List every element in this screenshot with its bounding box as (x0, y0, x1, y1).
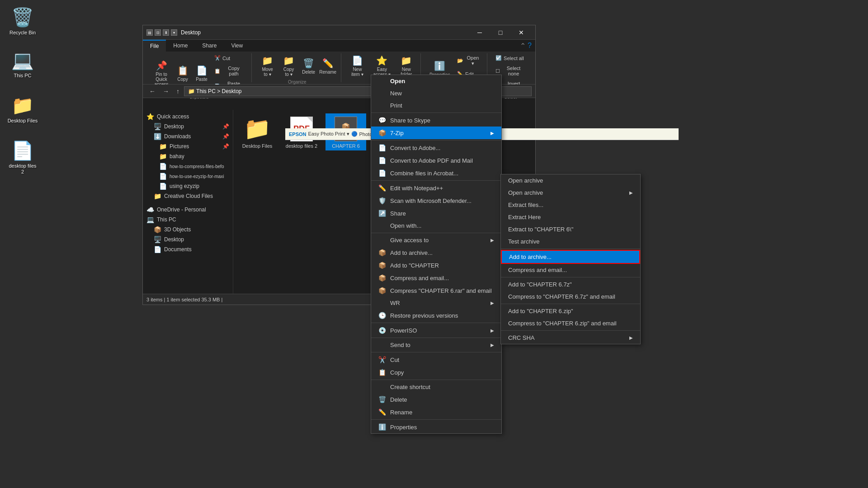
ribbon-copy-path[interactable]: 📋Copy path (212, 64, 248, 78)
ctx-wr[interactable]: WR ▶ (371, 297, 501, 309)
nav-desktop-2[interactable]: 🖥️ Desktop (143, 235, 233, 244)
ctx-add-archive[interactable]: 📦 Add to archive... (371, 246, 501, 259)
sub-add-chapter-7z[interactable]: Add to "CHAPTER 6.7z" (501, 278, 640, 291)
nav-creative-cloud[interactable]: 📁 Creative Cloud Files (143, 191, 233, 201)
back-button[interactable]: ← (146, 87, 158, 96)
tab-home[interactable]: Home (166, 40, 195, 52)
sub-compress-chapter-7z[interactable]: Compress to "CHAPTER 6.7z" and email (501, 291, 640, 303)
ctx-convert-adobe[interactable]: 📄 Convert to Adobe... (371, 141, 501, 154)
sub-open-archive-1[interactable]: Open archive (501, 174, 640, 187)
sub-crc-sha[interactable]: CRC SHA ▶ (501, 332, 640, 344)
sub-compress-chapter-7z-label: Compress to "CHAPTER 6.7z" and email (508, 293, 615, 300)
ctx-edit-notepad[interactable]: ✏️ Edit with Notepad++ (371, 182, 501, 194)
ctx-copy[interactable]: 📋 Copy (371, 366, 501, 379)
context-menu: Open New Print 💬 Share to Skype 📦 7-Zip … (371, 75, 502, 434)
ctx-7zip[interactable]: 📦 7-Zip ▶ (371, 127, 501, 139)
sub-test-archive[interactable]: Test archive (501, 235, 640, 248)
minimize-button[interactable]: ─ (469, 25, 490, 40)
desktop-icon-recycle[interactable]: 🗑️ Recycle Bin (5, 5, 41, 38)
collapse-icon[interactable]: ⌃ (520, 42, 526, 50)
sub-compress-chapter-zip[interactable]: Compress to "CHAPTER 6.zip" and email (501, 317, 640, 329)
desktop-icon-desktop-files-2[interactable]: 📄 desktop files2 (5, 138, 41, 177)
ctx-restore-versions[interactable]: 🕒 Restore previous versions (371, 309, 501, 322)
window-controls: ─ □ ✕ (469, 25, 532, 40)
ribbon-group-organize: 📁 Move to ▾ 📁 Copy to ▾ 🗑️ Delete ✏️ Ren… (254, 53, 341, 82)
ctx-new[interactable]: New (371, 87, 501, 99)
ctx-share[interactable]: ↗️ Share (371, 207, 501, 220)
ctx-scan-defender[interactable]: 🛡️ Scan with Microsoft Defender... (371, 194, 501, 207)
help-icon[interactable]: ? (528, 42, 532, 50)
explorer-title: Desktop (181, 29, 201, 36)
ribbon-select-all[interactable]: ☑️Select all (493, 53, 528, 63)
ctx-print[interactable]: Print (371, 99, 501, 112)
new-item-icon: 📄 (352, 55, 363, 66)
ribbon-collapse: ⌃ ? (250, 40, 535, 52)
ctx-give-access[interactable]: Give access to ▶ (371, 234, 501, 246)
ctx-combine-acrobat[interactable]: 📄 Combine files in Acrobat... (371, 167, 501, 179)
ribbon-copy[interactable]: 📋 Copy (174, 63, 192, 84)
tab-file[interactable]: File (143, 40, 166, 52)
tab-share[interactable]: Share (195, 40, 224, 52)
bahay-label: bahay (170, 153, 184, 160)
ctx-compress-email[interactable]: 📦 Compress and email... (371, 272, 501, 284)
desktop-icon-this-pc[interactable]: 💻 This PC (5, 47, 41, 80)
ribbon-copy-to[interactable]: 📁 Copy to ▾ (278, 53, 298, 79)
ribbon-move-to[interactable]: 📁 Move to ▾ (257, 53, 278, 79)
maximize-button[interactable]: □ (490, 25, 511, 40)
ctx-convert-pdf-mail[interactable]: 📄 Convert to Adobe PDF and Mail (371, 154, 501, 167)
nav-desktop[interactable]: 🖥️ Desktop 📌 (143, 122, 233, 131)
ctx-poweriso[interactable]: 💿 PowerISO ▶ (371, 324, 501, 337)
ribbon-paste[interactable]: 📄 Paste (193, 63, 211, 84)
desktop-pin-icon: 📌 (222, 123, 229, 130)
nav-bahay[interactable]: 📁 bahay (143, 151, 233, 161)
ribbon-rename[interactable]: ✏️ Rename (319, 56, 337, 76)
ribbon-delete[interactable]: 🗑️ Delete (300, 56, 318, 76)
ctx-7zip-icon: 📦 (378, 129, 386, 136)
epson-photo-print-icon: 🔵 (351, 131, 358, 137)
nav-documents[interactable]: 📄 Documents (143, 244, 233, 254)
nav-onedrive[interactable]: ☁️ OneDrive - Personal (143, 205, 233, 215)
ctx-open-with[interactable]: Open with... (371, 220, 501, 232)
up-button[interactable]: ↑ (174, 87, 182, 96)
ctx-send-to[interactable]: Send to ▶ (371, 339, 501, 351)
nav-3d-objects[interactable]: 📦 3D Objects (143, 225, 233, 235)
file-desktop-files[interactable]: 📁 Desktop Files (237, 113, 278, 150)
nav-pictures[interactable]: 📁 Pictures 📌 (143, 141, 233, 151)
sub-compress-email[interactable]: Compress and email... (501, 264, 640, 276)
sub-open-archive-2[interactable]: Open archive ▶ (501, 187, 640, 199)
ctx-cut[interactable]: ✂️ Cut (371, 353, 501, 366)
forward-button[interactable]: → (160, 87, 172, 96)
organize-items: 📁 Move to ▾ 📁 Copy to ▾ 🗑️ Delete ✏️ Ren… (257, 53, 337, 79)
nav-using-ezyzip[interactable]: 📄 using ezyzip (143, 181, 233, 191)
new-item-label: New item ▾ (349, 67, 365, 77)
sub-add-to-archive[interactable]: Add to archive... (501, 250, 640, 264)
nav-downloads[interactable]: ⬇️ Downloads 📌 (143, 131, 233, 141)
tab-view[interactable]: View (224, 40, 250, 52)
ctx-delete[interactable]: 🗑️ Delete (371, 393, 501, 406)
ctx-share-skype[interactable]: 💬 Share to Skype (371, 114, 501, 127)
delete-icon: 🗑️ (303, 58, 314, 69)
close-button[interactable]: ✕ (511, 25, 532, 40)
ctx-add-chapter[interactable]: 📦 Add to "CHAPTER (371, 259, 501, 272)
sub-extract-here[interactable]: Extract Here (501, 211, 640, 223)
sub-add-chapter-zip[interactable]: Add to "CHAPTER 6.zip" (501, 305, 640, 317)
desktop-icon-desktop-files[interactable]: 📁 Desktop Files (5, 93, 41, 126)
ctx-rename[interactable]: ✏️ Rename (371, 406, 501, 418)
ribbon-new-item[interactable]: 📄 New item ▾ (347, 53, 368, 79)
nav-pane: ⭐ Quick access 🖥️ Desktop 📌 ⬇️ Downloads… (143, 110, 233, 294)
ctx-cut-icon: ✂️ (378, 356, 386, 363)
ribbon-pin-quick[interactable]: 📌 Pin to Quickaccess (150, 58, 173, 89)
nav-how-to-compress[interactable]: 📄 how-to-compress-files-befo (143, 161, 233, 171)
nav-this-pc[interactable]: 💻 This PC (143, 215, 233, 225)
ctx-compress-rar[interactable]: 📦 Compress "CHAPTER 6.rar" and email (371, 284, 501, 297)
ctx-open[interactable]: Open (371, 75, 501, 87)
sub-extract-files[interactable]: Extract files... (501, 199, 640, 211)
nav-how-to-use[interactable]: 📄 how-to-use-ezyzip-for-maxi (143, 171, 233, 181)
ctx-properties[interactable]: ℹ️ Properties (371, 421, 501, 433)
nav-quick-access[interactable]: ⭐ Quick access (143, 112, 233, 122)
ribbon-cut[interactable]: ✂️Cut (212, 53, 248, 63)
ctx-create-shortcut[interactable]: Create shortcut (371, 381, 501, 393)
ribbon-open[interactable]: 📂Open ▾ (454, 53, 483, 68)
ctx-share-label: Share (390, 210, 406, 217)
sub-extract-chapter[interactable]: Extract to "CHAPTER 6\" (501, 223, 640, 235)
